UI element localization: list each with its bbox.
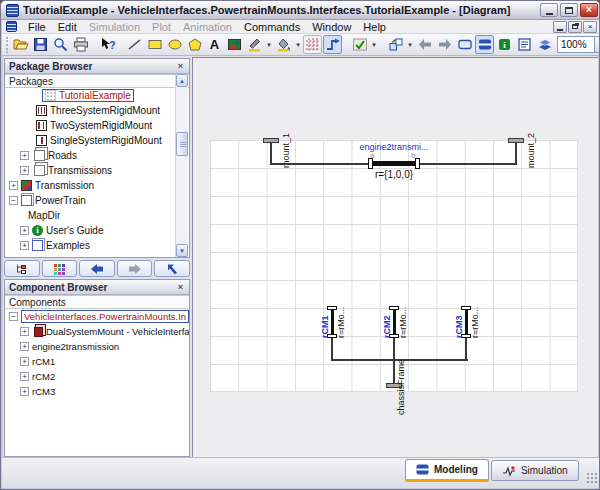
scrollbar-thumb[interactable] xyxy=(176,132,188,156)
fill-color-button[interactable] xyxy=(274,35,293,54)
back-button[interactable] xyxy=(79,260,115,277)
instantiate-dropdown[interactable]: ▾ xyxy=(406,35,414,54)
tab-modeling[interactable]: Modeling xyxy=(405,459,489,482)
diagram-canvas[interactable]: mount_1 mount_2 engine2transmi... a b r=… xyxy=(192,57,598,457)
forward-button[interactable] xyxy=(117,260,153,277)
component-browser-titlebar[interactable]: Component Browser × xyxy=(5,280,189,295)
scroll-down-button[interactable]: ▼ xyxy=(176,244,188,257)
rcm2-component[interactable] xyxy=(393,309,396,336)
package-item-twosystemrigidmount[interactable]: TwoSystemRigidMount xyxy=(5,118,176,133)
save-button[interactable] xyxy=(31,35,50,54)
forward-button[interactable] xyxy=(435,35,454,54)
variables-view-button[interactable] xyxy=(535,35,554,54)
expand-icon[interactable]: + xyxy=(20,357,29,366)
connection-line[interactable] xyxy=(515,143,517,165)
package-item-mapdir[interactable]: MapDir xyxy=(5,208,176,223)
expand-icon[interactable]: + xyxy=(20,387,29,396)
frame-b-connector[interactable] xyxy=(415,158,420,169)
component-item-rcm1[interactable]: + rCM1 xyxy=(5,354,189,369)
line-tool-button[interactable] xyxy=(125,35,144,54)
zoom-combo-dropdown[interactable]: ▾ xyxy=(594,37,600,52)
menu-file[interactable]: File xyxy=(22,21,52,33)
packages-header[interactable]: Packages xyxy=(5,74,189,88)
ellipse-tool-button[interactable] xyxy=(165,35,184,54)
diagram-view-button[interactable] xyxy=(475,35,494,54)
expand-icon[interactable]: + xyxy=(20,151,29,160)
menu-commands[interactable]: Commands xyxy=(238,21,306,33)
component-item-rcm2[interactable]: + rCM2 xyxy=(5,369,189,384)
documentation-view-button[interactable]: i xyxy=(495,35,514,54)
package-item-tutorialexample[interactable]: TutorialExample xyxy=(5,88,176,103)
package-browser-titlebar[interactable]: Package Browser × xyxy=(5,59,189,74)
text-tool-button[interactable]: A xyxy=(205,35,224,54)
polygon-tool-button[interactable] xyxy=(185,35,204,54)
modelica-text-view-button[interactable] xyxy=(515,35,534,54)
connection-line[interactable] xyxy=(270,143,272,165)
icons-view-button[interactable] xyxy=(42,260,78,277)
component-item-engine2transmission[interactable]: + engine2transmission xyxy=(5,339,189,354)
tree-view-button[interactable] xyxy=(4,260,40,277)
bitmap-tool-button[interactable] xyxy=(225,35,244,54)
panel-close-icon[interactable]: × xyxy=(176,61,185,71)
package-item-transmissions[interactable]: + Transmissions xyxy=(5,163,176,178)
instantiate-button[interactable] xyxy=(386,35,405,54)
rectangle-tool-button[interactable] xyxy=(145,35,164,54)
menu-help[interactable]: Help xyxy=(357,21,392,33)
connection-line[interactable] xyxy=(465,338,467,361)
title-bar[interactable]: TutorialExample - VehicleInterfaces.Powe… xyxy=(1,1,600,20)
package-item-threesystemrigidmount[interactable]: ThreeSystemRigidMount xyxy=(5,103,176,118)
rcm1-component[interactable] xyxy=(331,309,334,336)
expand-icon[interactable]: + xyxy=(20,327,29,336)
tab-simulation[interactable]: Simulation xyxy=(491,460,579,481)
minimize-button[interactable] xyxy=(540,3,558,17)
expand-icon[interactable]: + xyxy=(20,372,29,381)
fill-color-dropdown[interactable]: ▾ xyxy=(294,35,302,54)
package-item-transmission[interactable]: + Transmission xyxy=(5,178,176,193)
component-item-root[interactable]: − VehicleInterfaces.PowertrainMounts.Int… xyxy=(5,309,189,324)
icon-view-button[interactable] xyxy=(455,35,474,54)
line-color-button[interactable] xyxy=(245,35,264,54)
zoom-button[interactable] xyxy=(51,35,70,54)
package-item-users-guide[interactable]: + iUser's Guide xyxy=(5,223,176,238)
frame-a-connector[interactable] xyxy=(368,158,373,169)
toolbar-grip[interactable] xyxy=(6,37,8,53)
check-model-button[interactable] xyxy=(350,35,369,54)
zoom-level-combo[interactable]: 100% ▾ xyxy=(557,36,600,53)
engine2transmission-component[interactable] xyxy=(373,161,415,166)
rcm3-component[interactable] xyxy=(465,309,468,336)
package-item-powertrain[interactable]: − PowerTrain xyxy=(5,193,176,208)
context-help-button[interactable]: ? xyxy=(98,35,117,54)
expand-icon[interactable]: + xyxy=(20,241,29,250)
package-item-singlesystemrigidmount[interactable]: SingleSystemRigidMount xyxy=(5,133,176,148)
go-to-parent-button[interactable] xyxy=(154,260,190,277)
print-button[interactable] xyxy=(71,35,90,54)
package-item-examples[interactable]: + Examples xyxy=(5,238,176,253)
components-header[interactable]: Components xyxy=(5,295,189,309)
collapse-icon[interactable]: − xyxy=(9,196,18,205)
mdi-minimize-button[interactable] xyxy=(553,21,567,33)
scroll-up-button[interactable]: ▲ xyxy=(176,74,188,87)
component-item-dualsystemmount[interactable]: + DualSystemMount - VehicleInterfaces... xyxy=(5,324,189,339)
connection-line[interactable] xyxy=(393,338,395,361)
collapse-icon[interactable]: − xyxy=(9,312,18,321)
menu-edit[interactable]: Edit xyxy=(52,21,83,33)
expand-icon[interactable]: + xyxy=(20,226,29,235)
expand-icon[interactable]: + xyxy=(20,342,29,351)
maximize-button[interactable] xyxy=(560,3,578,17)
mdi-close-button[interactable]: × xyxy=(583,21,597,33)
expand-icon[interactable]: + xyxy=(20,166,29,175)
close-button[interactable]: × xyxy=(580,3,598,17)
package-item-roads[interactable]: + Roads xyxy=(5,148,176,163)
expand-icon[interactable]: + xyxy=(9,181,18,190)
panel-close-icon[interactable]: × xyxy=(176,282,185,292)
package-tree-scrollbar[interactable]: ▲ ▼ xyxy=(175,74,188,257)
menu-window[interactable]: Window xyxy=(306,21,357,33)
connection-line[interactable] xyxy=(331,338,333,361)
open-button[interactable] xyxy=(11,35,30,54)
line-color-dropdown[interactable]: ▾ xyxy=(265,35,273,54)
connect-mode-button[interactable] xyxy=(323,35,342,54)
component-item-rcm3[interactable]: + rCM3 xyxy=(5,384,189,399)
mdi-restore-button[interactable] xyxy=(568,21,582,33)
check-model-dropdown[interactable]: ▾ xyxy=(370,35,378,54)
resize-grip[interactable] xyxy=(586,472,597,483)
